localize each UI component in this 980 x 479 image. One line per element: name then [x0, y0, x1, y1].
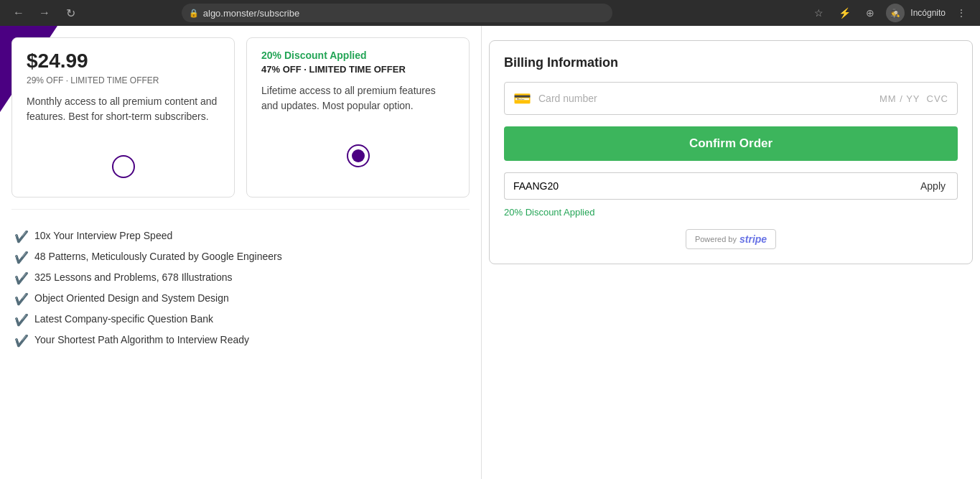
check-icon: ✔️ — [14, 313, 29, 327]
back-button[interactable]: ← — [9, 3, 29, 23]
feature-text-3: 325 Lessons and Problems, 678 Illustrati… — [34, 271, 233, 283]
feature-text-1: 10x Your Interview Prep Speed — [34, 230, 172, 241]
monthly-radio-container — [27, 148, 220, 185]
lifetime-limited-offer: 47% OFF · LIMITED TIME OFFER — [261, 64, 454, 75]
lifetime-radio-container — [261, 137, 454, 175]
card-number-placeholder: Card number — [538, 93, 872, 104]
browser-chrome: ← → ↻ 🔒 algo.monster/subscribe ☆ ⚡ ⊕ 🕵 I… — [0, 0, 980, 26]
list-item: ✔️ Latest Company-specific Question Bank — [14, 313, 467, 327]
confirm-order-button[interactable]: Confirm Order — [504, 126, 958, 161]
check-icon: ✔️ — [14, 271, 29, 285]
card-input-row[interactable]: 💳 Card number MM / YY CVC — [504, 82, 958, 115]
feature-text-4: Object Oriented Design and System Design — [34, 292, 229, 304]
credit-card-icon: 💳 — [513, 90, 531, 107]
features-section: ✔️ 10x Your Interview Prep Speed ✔️ 48 P… — [0, 215, 481, 369]
stripe-badge-inner: Powered by stripe — [686, 229, 776, 249]
list-item: ✔️ Object Oriented Design and System Des… — [14, 292, 467, 306]
radio-inner-fill — [352, 149, 365, 162]
monthly-description: Monthly access to all premium content an… — [27, 94, 220, 134]
browser-actions: ☆ ⚡ ⊕ 🕵 Incógnito ⋮ — [808, 3, 971, 23]
lifetime-radio-button[interactable] — [347, 144, 370, 167]
stripe-logo: stripe — [739, 233, 767, 245]
page-content: $24.99 29% OFF · LIMITED TIME OFFER Mont… — [0, 26, 980, 479]
card-date-text: MM / YY CVC — [879, 93, 948, 104]
feature-text-6: Your Shortest Path Algorithm to Intervie… — [34, 334, 249, 345]
lifetime-discount-applied: 20% Discount Applied — [261, 50, 454, 61]
list-item: ✔️ 48 Patterns, Meticulously Curated by … — [14, 251, 467, 264]
list-item: ✔️ 10x Your Interview Prep Speed — [14, 230, 467, 243]
extensions-button[interactable]: ⚡ — [834, 3, 854, 23]
feature-text-5: Latest Company-specific Question Bank — [34, 313, 213, 325]
monthly-radio-button[interactable] — [112, 155, 135, 178]
url-text: algo.monster/subscribe — [203, 8, 299, 19]
list-item: ✔️ 325 Lessons and Problems, 678 Illustr… — [14, 271, 467, 285]
billing-card: Billing Information 💳 Card number MM / Y… — [489, 40, 973, 264]
lock-icon: 🔒 — [189, 9, 199, 18]
right-column: Billing Information 💳 Card number MM / Y… — [481, 26, 980, 479]
monthly-price: $24.99 — [27, 50, 220, 73]
lifetime-pricing-card[interactable]: 20% Discount Applied 47% OFF · LIMITED T… — [246, 37, 470, 197]
check-icon: ✔️ — [14, 230, 29, 243]
list-item: ✔️ Your Shortest Path Algorithm to Inter… — [14, 334, 467, 348]
forward-button[interactable]: → — [34, 3, 55, 23]
pricing-section: $24.99 29% OFF · LIMITED TIME OFFER Mont… — [0, 26, 481, 203]
incognito-label: Incógnito — [910, 8, 946, 18]
lifetime-description: Lifetime access to all premium features … — [261, 83, 454, 123]
divider — [11, 209, 470, 210]
menu-button[interactable]: ⋮ — [951, 3, 971, 23]
check-icon: ✔️ — [14, 334, 29, 348]
billing-title: Billing Information — [504, 55, 958, 70]
feature-text-2: 48 Patterns, Meticulously Curated by Goo… — [34, 251, 282, 262]
powered-by-text: Powered by — [695, 235, 737, 243]
reload-button[interactable]: ↻ — [60, 3, 80, 23]
coupon-input[interactable] — [504, 172, 909, 200]
left-column: $24.99 29% OFF · LIMITED TIME OFFER Mont… — [0, 26, 481, 479]
stripe-badge: Powered by stripe — [504, 229, 958, 249]
incognito-badge: 🕵 — [886, 4, 905, 22]
monthly-pricing-card[interactable]: $24.99 29% OFF · LIMITED TIME OFFER Mont… — [11, 37, 235, 197]
check-icon: ✔️ — [14, 251, 29, 264]
check-icon: ✔️ — [14, 292, 29, 306]
address-bar[interactable]: 🔒 algo.monster/subscribe — [182, 4, 612, 22]
profile-button[interactable]: ⊕ — [860, 3, 880, 23]
monthly-discount-badge: 29% OFF · LIMITED TIME OFFER — [27, 75, 220, 85]
coupon-row: Apply — [504, 172, 958, 200]
discount-applied-message: 20% Discount Applied — [504, 207, 958, 218]
apply-coupon-button[interactable]: Apply — [909, 172, 958, 200]
star-button[interactable]: ☆ — [808, 3, 829, 23]
